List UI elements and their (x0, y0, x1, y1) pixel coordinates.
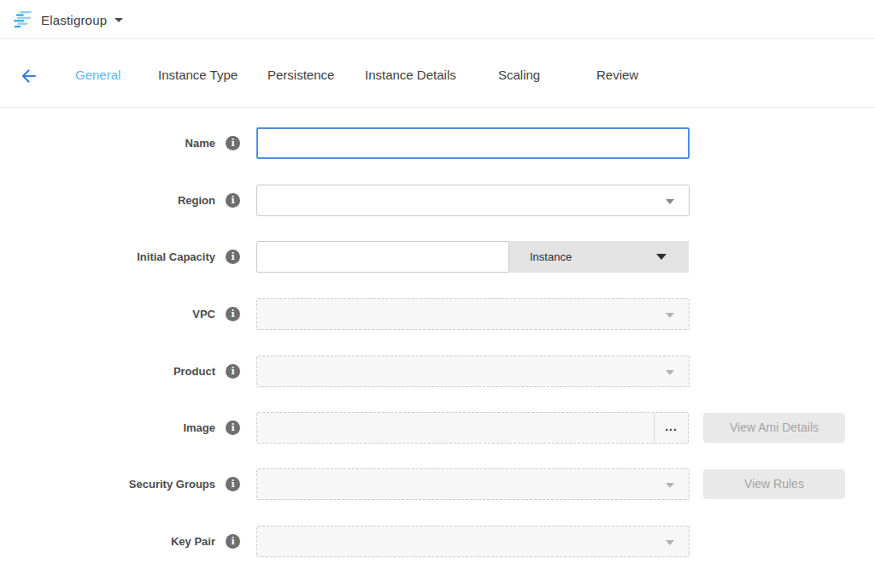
tab-review[interactable]: Review (596, 68, 638, 82)
top-bar: Elastigroup (0, 0, 875, 39)
image-label: Image (34, 412, 215, 444)
back-arrow-icon (17, 65, 39, 87)
name-label: Name (34, 127, 215, 159)
product-info-icon[interactable]: i (226, 364, 240, 379)
chevron-down-icon (666, 313, 674, 318)
key-pair-label: Key Pair (34, 526, 215, 557)
chevron-down-icon (666, 540, 674, 545)
elastigroup-create-page: Elastigroup General Instance Type Persis… (0, 0, 875, 588)
tab-scaling[interactable]: Scaling (498, 68, 540, 82)
name-input[interactable] (256, 127, 690, 159)
view-ami-details-button[interactable]: View Ami Details (703, 413, 845, 443)
security-groups-select[interactable] (256, 468, 690, 500)
region-label: Region (34, 185, 215, 216)
form-row-region: Region i (0, 185, 875, 216)
initial-capacity-info-icon[interactable]: i (226, 250, 240, 264)
tab-general[interactable]: General (75, 68, 120, 82)
chevron-down-icon (115, 18, 123, 22)
wizard-tab-bar: General Instance Type Persistence Instan… (0, 39, 875, 108)
form-row-initial-capacity: Initial Capacity i Instance (0, 241, 875, 273)
chevron-down-icon (666, 483, 674, 488)
image-field: ... (256, 412, 689, 444)
product-switcher-label: Elastigroup (41, 13, 107, 27)
chevron-down-icon (656, 254, 667, 260)
capacity-unit-select[interactable]: Instance (509, 241, 689, 273)
image-browse-button[interactable]: ... (655, 413, 688, 443)
region-select[interactable] (256, 185, 690, 216)
tab-instance-details[interactable]: Instance Details (365, 68, 456, 82)
form-row-key-pair: Key Pair i (0, 526, 875, 557)
product-select[interactable] (256, 356, 690, 387)
name-info-icon[interactable]: i (226, 136, 240, 150)
capacity-unit-value: Instance (530, 241, 572, 273)
vpc-select[interactable] (256, 298, 690, 330)
key-pair-info-icon[interactable]: i (226, 534, 240, 549)
initial-capacity-label: Initial Capacity (34, 241, 215, 273)
image-info-icon[interactable]: i (226, 420, 240, 435)
form-row-name: Name i (0, 127, 875, 159)
form-row-vpc: VPC i (0, 298, 875, 330)
form-row-security-groups: Security Groups i View Rules (0, 468, 875, 500)
product-switcher[interactable]: Elastigroup (14, 8, 123, 32)
initial-capacity-input[interactable] (256, 241, 509, 273)
vpc-label: VPC (34, 298, 215, 330)
back-button[interactable] (17, 65, 39, 87)
form-row-image: Image i ... View Ami Details (0, 412, 875, 444)
elastigroup-logo-icon (14, 11, 33, 29)
chevron-down-icon (666, 199, 674, 204)
region-info-icon[interactable]: i (226, 193, 240, 208)
image-input[interactable] (257, 413, 654, 443)
tab-persistence[interactable]: Persistence (267, 68, 334, 82)
product-label: Product (34, 356, 215, 387)
view-rules-button[interactable]: View Rules (703, 469, 845, 499)
chevron-down-icon (666, 370, 674, 375)
tab-instance-type[interactable]: Instance Type (158, 68, 238, 82)
form-row-product: Product i (0, 356, 875, 387)
key-pair-select[interactable] (256, 526, 690, 557)
security-groups-info-icon[interactable]: i (226, 477, 240, 491)
vpc-info-icon[interactable]: i (226, 307, 240, 321)
security-groups-label: Security Groups (34, 468, 215, 500)
